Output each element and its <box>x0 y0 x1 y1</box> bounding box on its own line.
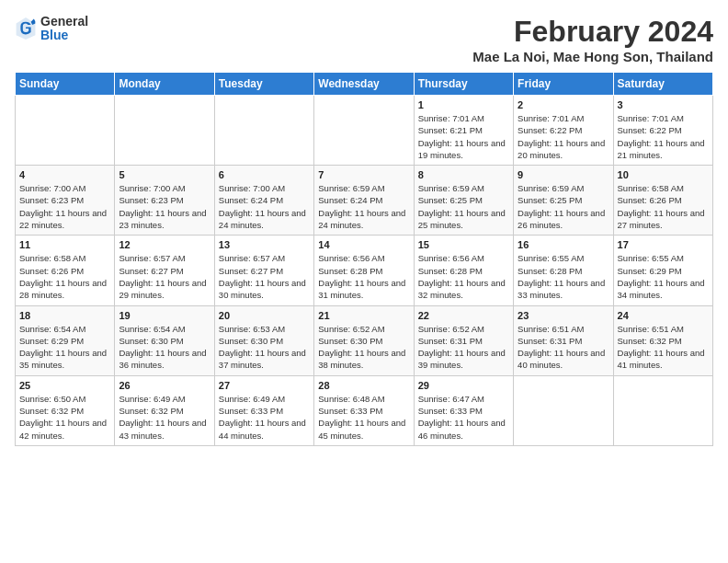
calendar-cell: 27Sunrise: 6:49 AM Sunset: 6:33 PM Dayli… <box>214 375 313 445</box>
logo-icon <box>15 16 37 41</box>
calendar-cell: 16Sunrise: 6:55 AM Sunset: 6:28 PM Dayli… <box>514 236 613 305</box>
day-number: 1 <box>418 99 509 110</box>
weekday-header-friday: Friday <box>514 73 613 96</box>
calendar-cell: 17Sunrise: 6:55 AM Sunset: 6:29 PM Dayli… <box>613 236 712 305</box>
logo: General Blue <box>15 15 88 43</box>
weekday-header-wednesday: Wednesday <box>314 73 414 96</box>
day-info: Sunrise: 6:59 AM Sunset: 6:24 PM Dayligh… <box>318 182 409 231</box>
day-info: Sunrise: 6:50 AM Sunset: 6:32 PM Dayligh… <box>19 393 110 442</box>
day-info: Sunrise: 6:55 AM Sunset: 6:28 PM Dayligh… <box>518 252 609 301</box>
calendar-cell: 22Sunrise: 6:52 AM Sunset: 6:31 PM Dayli… <box>414 305 513 375</box>
day-info: Sunrise: 6:59 AM Sunset: 6:25 PM Dayligh… <box>418 182 509 231</box>
calendar-cell: 4Sunrise: 7:00 AM Sunset: 6:23 PM Daylig… <box>16 166 115 236</box>
calendar-week-5: 25Sunrise: 6:50 AM Sunset: 6:32 PM Dayli… <box>16 375 713 445</box>
day-info: Sunrise: 7:01 AM Sunset: 6:22 PM Dayligh… <box>618 112 709 161</box>
day-info: Sunrise: 6:52 AM Sunset: 6:31 PM Dayligh… <box>418 323 509 372</box>
page-header: General Blue February 2024 Mae La Noi, M… <box>15 15 713 64</box>
day-number: 14 <box>318 239 409 250</box>
day-info: Sunrise: 6:57 AM Sunset: 6:27 PM Dayligh… <box>219 252 310 301</box>
day-number: 28 <box>318 380 409 391</box>
calendar-cell: 15Sunrise: 6:56 AM Sunset: 6:28 PM Dayli… <box>414 236 513 305</box>
weekday-header-tuesday: Tuesday <box>214 73 313 96</box>
day-info: Sunrise: 6:56 AM Sunset: 6:28 PM Dayligh… <box>418 252 509 301</box>
day-info: Sunrise: 6:54 AM Sunset: 6:29 PM Dayligh… <box>19 323 110 372</box>
day-number: 19 <box>119 310 210 321</box>
day-number: 25 <box>19 380 110 391</box>
calendar-cell: 20Sunrise: 6:53 AM Sunset: 6:30 PM Dayli… <box>214 305 313 375</box>
logo-blue-text: Blue <box>40 29 88 42</box>
calendar-cell: 26Sunrise: 6:49 AM Sunset: 6:32 PM Dayli… <box>115 375 214 445</box>
weekday-header-sunday: Sunday <box>16 73 115 96</box>
day-number: 24 <box>618 310 709 321</box>
day-info: Sunrise: 6:56 AM Sunset: 6:28 PM Dayligh… <box>318 252 409 301</box>
calendar-cell: 11Sunrise: 6:58 AM Sunset: 6:26 PM Dayli… <box>16 236 115 305</box>
calendar-week-3: 11Sunrise: 6:58 AM Sunset: 6:26 PM Dayli… <box>16 236 713 305</box>
day-number: 8 <box>418 169 509 180</box>
calendar-table: SundayMondayTuesdayWednesdayThursdayFrid… <box>15 72 713 446</box>
calendar-cell <box>16 96 115 166</box>
day-number: 21 <box>318 310 409 321</box>
day-info: Sunrise: 7:01 AM Sunset: 6:22 PM Dayligh… <box>518 112 609 161</box>
day-info: Sunrise: 6:52 AM Sunset: 6:30 PM Dayligh… <box>318 323 409 372</box>
day-number: 16 <box>518 239 609 250</box>
day-info: Sunrise: 6:49 AM Sunset: 6:33 PM Dayligh… <box>219 393 310 442</box>
calendar-cell <box>115 96 214 166</box>
calendar-week-1: 1Sunrise: 7:01 AM Sunset: 6:21 PM Daylig… <box>16 96 713 166</box>
day-number: 11 <box>19 239 110 250</box>
calendar-cell: 21Sunrise: 6:52 AM Sunset: 6:30 PM Dayli… <box>314 305 414 375</box>
day-info: Sunrise: 6:49 AM Sunset: 6:32 PM Dayligh… <box>119 393 210 442</box>
day-number: 12 <box>119 239 210 250</box>
day-info: Sunrise: 7:00 AM Sunset: 6:23 PM Dayligh… <box>19 182 110 231</box>
calendar-cell <box>214 96 313 166</box>
calendar-cell: 5Sunrise: 7:00 AM Sunset: 6:23 PM Daylig… <box>115 166 214 236</box>
logo-text: General Blue <box>40 15 88 43</box>
calendar-week-2: 4Sunrise: 7:00 AM Sunset: 6:23 PM Daylig… <box>16 166 713 236</box>
day-info: Sunrise: 6:59 AM Sunset: 6:25 PM Dayligh… <box>518 182 609 231</box>
day-number: 7 <box>318 169 409 180</box>
day-info: Sunrise: 6:53 AM Sunset: 6:30 PM Dayligh… <box>219 323 310 372</box>
day-number: 18 <box>19 310 110 321</box>
calendar-cell: 28Sunrise: 6:48 AM Sunset: 6:33 PM Dayli… <box>314 375 414 445</box>
day-number: 27 <box>219 380 310 391</box>
calendar-week-4: 18Sunrise: 6:54 AM Sunset: 6:29 PM Dayli… <box>16 305 713 375</box>
day-number: 4 <box>19 169 110 180</box>
title-block: February 2024 Mae La Noi, Mae Hong Son, … <box>472 15 713 64</box>
weekday-header-thursday: Thursday <box>414 73 513 96</box>
calendar-cell: 24Sunrise: 6:51 AM Sunset: 6:32 PM Dayli… <box>613 305 712 375</box>
day-number: 6 <box>219 169 310 180</box>
calendar-cell: 13Sunrise: 6:57 AM Sunset: 6:27 PM Dayli… <box>214 236 313 305</box>
calendar-cell: 8Sunrise: 6:59 AM Sunset: 6:25 PM Daylig… <box>414 166 513 236</box>
weekday-header-saturday: Saturday <box>613 73 712 96</box>
weekday-header-row: SundayMondayTuesdayWednesdayThursdayFrid… <box>16 73 713 96</box>
calendar-cell: 7Sunrise: 6:59 AM Sunset: 6:24 PM Daylig… <box>314 166 414 236</box>
day-number: 29 <box>418 380 509 391</box>
calendar-cell: 9Sunrise: 6:59 AM Sunset: 6:25 PM Daylig… <box>514 166 613 236</box>
calendar-cell: 1Sunrise: 7:01 AM Sunset: 6:21 PM Daylig… <box>414 96 513 166</box>
calendar-cell: 23Sunrise: 6:51 AM Sunset: 6:31 PM Dayli… <box>514 305 613 375</box>
day-number: 17 <box>618 239 709 250</box>
logo-general-text: General <box>40 15 88 29</box>
day-number: 5 <box>119 169 210 180</box>
calendar-cell: 6Sunrise: 7:00 AM Sunset: 6:24 PM Daylig… <box>214 166 313 236</box>
day-info: Sunrise: 6:54 AM Sunset: 6:30 PM Dayligh… <box>119 323 210 372</box>
day-number: 20 <box>219 310 310 321</box>
day-info: Sunrise: 7:01 AM Sunset: 6:21 PM Dayligh… <box>418 112 509 161</box>
day-number: 23 <box>518 310 609 321</box>
weekday-header-monday: Monday <box>115 73 214 96</box>
calendar-cell: 10Sunrise: 6:58 AM Sunset: 6:26 PM Dayli… <box>613 166 712 236</box>
day-number: 15 <box>418 239 509 250</box>
calendar-cell <box>613 375 712 445</box>
day-number: 2 <box>518 99 609 110</box>
day-info: Sunrise: 6:58 AM Sunset: 6:26 PM Dayligh… <box>618 182 709 231</box>
calendar-cell: 2Sunrise: 7:01 AM Sunset: 6:22 PM Daylig… <box>514 96 613 166</box>
day-number: 13 <box>219 239 310 250</box>
calendar-cell <box>314 96 414 166</box>
day-info: Sunrise: 6:55 AM Sunset: 6:29 PM Dayligh… <box>618 252 709 301</box>
day-number: 22 <box>418 310 509 321</box>
day-info: Sunrise: 6:58 AM Sunset: 6:26 PM Dayligh… <box>19 252 110 301</box>
calendar-cell: 29Sunrise: 6:47 AM Sunset: 6:33 PM Dayli… <box>414 375 513 445</box>
day-info: Sunrise: 6:57 AM Sunset: 6:27 PM Dayligh… <box>119 252 210 301</box>
day-info: Sunrise: 6:51 AM Sunset: 6:32 PM Dayligh… <box>618 323 709 372</box>
month-year-title: February 2024 <box>472 15 713 49</box>
day-info: Sunrise: 7:00 AM Sunset: 6:23 PM Dayligh… <box>119 182 210 231</box>
